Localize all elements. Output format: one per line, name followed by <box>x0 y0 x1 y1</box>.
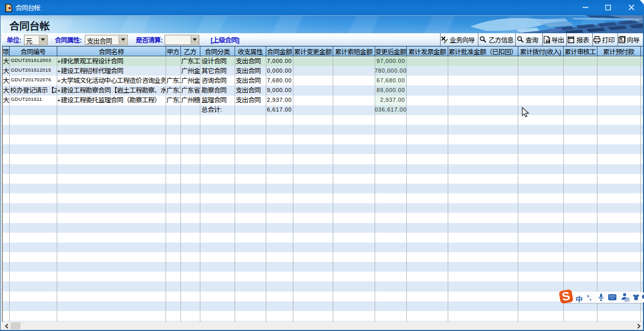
svg-text:17: 17 <box>625 298 629 301</box>
